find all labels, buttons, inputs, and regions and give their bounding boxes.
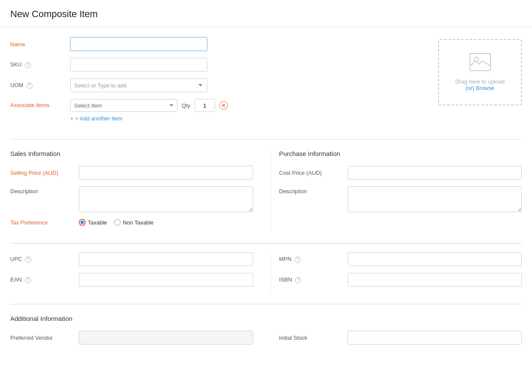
taxable-option[interactable]: Taxable [79, 219, 107, 226]
mpn-label: MPN ? [279, 256, 348, 263]
remove-item-button[interactable]: ✕ [219, 101, 228, 110]
drag-text: Drag here to upload [455, 78, 505, 85]
tax-preference-label: Tax Preference [10, 219, 79, 226]
initial-stock-input[interactable] [347, 331, 522, 344]
mpn-help-icon[interactable]: ? [295, 257, 301, 263]
associate-items-label: Associate Items [10, 99, 70, 108]
purchase-section-title: Purchase Information [279, 150, 522, 157]
page-title: New Composite Item [10, 9, 522, 20]
additional-right: Initial Stock [270, 331, 522, 351]
purchase-section: Purchase Information Cost Price (AUD) De… [270, 150, 522, 233]
image-upload-area[interactable]: Drag here to upload (or) Browse [438, 39, 522, 105]
add-item-label: + Add another Item [75, 115, 123, 122]
ean-label: EAN ? [10, 276, 79, 283]
sku-help-icon[interactable]: ? [25, 62, 31, 68]
taxable-radio-icon [79, 219, 86, 226]
sales-section: Sales Information Selling Price (AUD) De… [10, 150, 270, 233]
cost-price-input[interactable] [348, 166, 522, 180]
purchase-description-label: Description [279, 186, 348, 195]
selling-price-input[interactable] [79, 166, 253, 180]
svg-point-1 [474, 57, 478, 61]
associate-items-content: Select Item Qty ✕ + + Add another Item [70, 99, 430, 122]
isbn-input[interactable] [348, 273, 522, 287]
image-placeholder-icon [469, 53, 491, 75]
upc-input[interactable] [79, 252, 253, 266]
uom-help-icon[interactable]: ? [27, 83, 33, 89]
browse-text[interactable]: (or) Browse [466, 85, 494, 91]
right-identifiers: MPN ? ISBN ? [270, 252, 522, 293]
taxable-label: Taxable [88, 219, 107, 226]
preferred-vendor-select[interactable] [79, 331, 253, 344]
remove-icon: ✕ [221, 102, 226, 108]
qty-label: Qty [182, 102, 190, 109]
name-label: Name [10, 41, 70, 48]
non-taxable-option[interactable]: Non Taxable [114, 219, 154, 226]
left-identifiers: UPC ? EAN ? [10, 252, 270, 293]
initial-stock-label: Initial Stock [279, 335, 347, 341]
upc-help-icon[interactable]: ? [25, 257, 31, 263]
additional-left: Preferred Vendor [10, 331, 270, 351]
sales-section-title: Sales Information [10, 150, 253, 157]
select-item-dropdown[interactable]: Select Item [70, 99, 177, 112]
mpn-input[interactable] [348, 252, 522, 266]
sales-description-textarea[interactable] [79, 186, 253, 212]
qty-input[interactable] [194, 99, 215, 112]
uom-label: UOM ? [10, 82, 70, 89]
cost-price-label: Cost Price (AUD) [279, 170, 348, 176]
non-taxable-radio-icon [114, 219, 121, 226]
add-icon: + [70, 115, 74, 122]
sku-label: SKU ? [10, 61, 70, 68]
selling-price-label: Selling Price (AUD) [10, 170, 79, 176]
tax-options: Taxable Non Taxable [79, 219, 154, 226]
isbn-help-icon[interactable]: ? [295, 277, 301, 283]
taxable-radio-inner [81, 221, 84, 224]
ean-help-icon[interactable]: ? [25, 277, 31, 283]
sku-input[interactable] [70, 58, 207, 72]
ean-input[interactable] [79, 273, 253, 287]
preferred-vendor-label: Preferred Vendor [10, 335, 79, 341]
sales-description-label: Description [10, 186, 79, 195]
svg-rect-0 [470, 54, 490, 71]
purchase-description-textarea[interactable] [348, 186, 522, 212]
name-input[interactable] [70, 37, 207, 51]
upc-label: UPC ? [10, 256, 79, 263]
add-item-button[interactable]: + + Add another Item [70, 115, 123, 122]
uom-select[interactable]: Select or Type to add [70, 78, 207, 92]
non-taxable-label: Non Taxable [123, 219, 154, 226]
isbn-label: ISBN ? [279, 276, 348, 283]
additional-section-title: Additional Information [10, 315, 522, 322]
